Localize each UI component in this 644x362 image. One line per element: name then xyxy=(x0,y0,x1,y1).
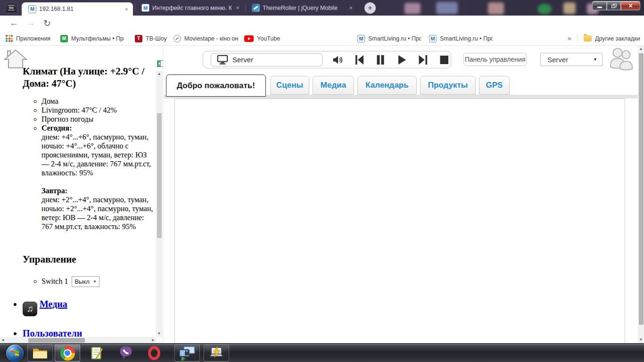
bookmarks-overflow-icon[interactable]: » xyxy=(568,34,571,42)
bookmark-label: ТВ-Шоу xyxy=(146,35,167,42)
scroll-down-icon[interactable]: ▼ xyxy=(156,330,162,337)
bookmark-tvshow[interactable]: T ТВ-Шоу xyxy=(135,33,167,43)
back-button[interactable]: ← xyxy=(9,18,18,28)
nav-links: ♫ Медиа Пользователи xyxy=(0,298,156,339)
switch-value: Выкл xyxy=(74,277,89,286)
tab-calendar[interactable]: Календарь xyxy=(357,76,417,95)
taskbar-chrome-button[interactable] xyxy=(55,345,80,362)
bookmark-smartliving-2[interactable]: M SmartLiving.ru • Про xyxy=(429,33,493,43)
tab-label: Календарь xyxy=(365,81,408,90)
frame-divider[interactable] xyxy=(163,46,163,343)
forward-button[interactable]: → xyxy=(26,18,35,28)
sidebar-hscrollbar[interactable]: ◄ ► xyxy=(0,337,156,343)
taskbar-explorer-button[interactable] xyxy=(27,345,53,362)
tab-label: Продукты xyxy=(428,81,468,90)
pinned-tab-label: tfile xyxy=(9,6,14,9)
media-link[interactable]: Медиа xyxy=(40,299,67,309)
bookmark-multfilmy[interactable]: M Мультфильмы • Про xyxy=(60,33,124,43)
youtube-icon xyxy=(244,35,254,42)
control-heading: Управление xyxy=(23,253,156,265)
bookmarks-separator xyxy=(577,34,578,42)
browser-tab-2[interactable]: M Интерфейс главного меню. Как × xyxy=(136,0,244,16)
tab-media[interactable]: Медиа xyxy=(313,76,354,95)
tab-welcome[interactable]: Добро пожаловать! xyxy=(166,74,266,97)
tab-products[interactable]: Продукты xyxy=(420,76,476,95)
scrollbar-thumb[interactable] xyxy=(639,53,644,325)
bookmark-label: Приложения xyxy=(16,35,50,42)
notepadpp-icon xyxy=(90,346,104,361)
bookmark-label: SmartLiving.ru • Про xyxy=(440,35,493,42)
volume-icon[interactable] xyxy=(332,54,344,66)
stop-icon[interactable] xyxy=(438,54,450,66)
taskbar-notepadpp-button[interactable] xyxy=(84,345,109,362)
control-panel-button[interactable]: Панель управления xyxy=(463,53,527,66)
desktop-blob xyxy=(488,2,504,15)
taskbar: UK ▲ 1:45 08.11.2018 xyxy=(0,343,644,362)
scroll-up-icon[interactable]: ▲ xyxy=(156,71,162,77)
home-icon[interactable] xyxy=(4,49,27,69)
new-tab-button[interactable]: + xyxy=(364,2,376,14)
pinned-tab-tfile[interactable]: tfile xyxy=(5,2,17,13)
main-frame: Server Панель управления xyxy=(164,46,638,343)
start-button[interactable] xyxy=(2,345,27,362)
users-icon[interactable] xyxy=(607,47,635,71)
tab-close-icon[interactable]: × xyxy=(235,4,240,11)
control-panel-label: Панель управления xyxy=(465,56,526,63)
bookmark-youtube[interactable]: YouTube xyxy=(244,33,280,43)
scroll-up-icon[interactable]: ▲ xyxy=(638,46,644,52)
browser-tab-1[interactable]: M 192.168.1.81 × xyxy=(22,2,133,16)
tab-separator xyxy=(245,4,246,12)
moviestape-icon xyxy=(173,35,181,42)
tab-title: 192.168.1.81 xyxy=(39,6,121,12)
server-source-button[interactable]: Server xyxy=(211,53,322,66)
reload-button[interactable]: ↻ xyxy=(43,18,51,29)
tab-title: ThemeRoller | jQuery Mobile xyxy=(263,5,345,11)
dropdown-icon: ▼ xyxy=(593,57,597,62)
tab-title: Интерфейс главного меню. Как xyxy=(152,5,232,11)
control-list: Switch 1 Выкл ▼ xyxy=(0,276,156,287)
next-track-icon[interactable] xyxy=(417,54,429,66)
server-select[interactable]: Server ▼ xyxy=(540,53,603,66)
close-icon: × xyxy=(628,2,632,9)
window-close-button[interactable]: × xyxy=(621,1,640,10)
bookmark-label: SmartLiving.ru • Про xyxy=(368,35,421,42)
page-scrollbar[interactable]: ▲ ▼ xyxy=(638,46,644,343)
bookmarks-bar: Приложения M Мультфильмы • Про T ТВ-Шоу … xyxy=(0,31,644,46)
switch-item: Switch 1 Выкл ▼ xyxy=(41,276,156,287)
scrollbar-thumb[interactable] xyxy=(28,338,85,343)
tab-close-icon[interactable]: × xyxy=(348,4,354,11)
pause-icon[interactable] xyxy=(375,54,386,66)
scroll-right-icon[interactable]: ► xyxy=(151,338,155,343)
taskbar-remote-connect-button[interactable] xyxy=(204,345,229,362)
tab-label: Добро пожаловать! xyxy=(177,81,255,90)
music-note-icon[interactable]: ♫ xyxy=(23,302,37,316)
climate-list: Дома Livingroom: 47°C / 42% Прогноз пого… xyxy=(0,97,156,231)
tab-scenes[interactable]: Сцены xyxy=(270,76,309,95)
browser-tab-3[interactable]: ThemeRoller | jQuery Mobile × xyxy=(246,0,357,16)
tab-gps[interactable]: GPS xyxy=(479,76,510,95)
restore-icon xyxy=(611,4,617,8)
opera-icon xyxy=(148,346,160,360)
window-minimize-button[interactable] xyxy=(592,1,607,10)
tab-close-icon[interactable]: × xyxy=(124,6,129,13)
desktop-blob xyxy=(537,4,552,14)
taskbar-remote-desktop-button[interactable] xyxy=(174,345,200,362)
bookmark-smartliving-1[interactable]: M SmartLiving.ru • Про xyxy=(357,33,421,43)
window-restore-button[interactable] xyxy=(607,1,621,10)
apps-shortcut[interactable]: Приложения xyxy=(6,33,50,43)
play-icon[interactable] xyxy=(396,54,407,66)
bookmark-moviestape[interactable]: Moviestape - кіно он xyxy=(173,33,238,43)
red-t-icon: T xyxy=(135,35,142,42)
majordomo-favicon: M xyxy=(141,4,149,12)
previous-track-icon[interactable] xyxy=(354,54,365,66)
chrome-icon xyxy=(60,346,75,361)
taskbar-viber-button[interactable] xyxy=(113,345,139,362)
scroll-down-icon[interactable]: ▼ xyxy=(638,337,644,343)
switch-select[interactable]: Выкл ▼ xyxy=(72,276,99,287)
scroll-left-icon[interactable]: ◄ xyxy=(1,338,5,343)
sidebar-scrollbar[interactable]: ▲ ▼ xyxy=(156,71,162,337)
other-bookmarks[interactable]: Другие закладки xyxy=(584,33,640,43)
apps-grid-icon xyxy=(6,35,13,42)
taskbar-opera-button[interactable] xyxy=(141,345,167,362)
scrollbar-thumb[interactable] xyxy=(157,113,162,238)
